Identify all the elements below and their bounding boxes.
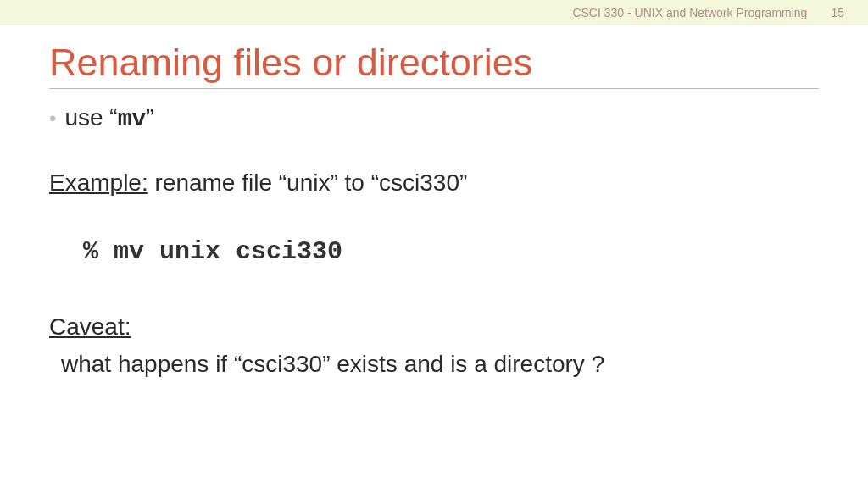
- slide-header: CSCI 330 - UNIX and Network Programming …: [0, 0, 868, 25]
- bullet-suffix: ”: [146, 104, 153, 130]
- bullet-prefix: use “: [64, 104, 117, 130]
- bullet-use-mv: • use “mv”: [49, 104, 819, 132]
- bullet-command: mv: [118, 106, 147, 132]
- slide-content: Renaming files or directories • use “mv”…: [0, 25, 868, 378]
- example-text: rename file “unix” to “csci330”: [148, 169, 468, 196]
- bullet-text: use “mv”: [64, 104, 153, 132]
- caveat-text: what happens if “csci330” exists and is …: [49, 351, 819, 378]
- example-line: Example: rename file “unix” to “csci330”: [49, 169, 819, 197]
- slide-title: Renaming files or directories: [49, 41, 819, 89]
- example-label: Example:: [49, 169, 148, 196]
- code-command: % mv unix csci330: [49, 237, 819, 266]
- bullet-icon: •: [49, 107, 56, 130]
- slide-number: 15: [831, 6, 844, 19]
- caveat-label: Caveat:: [49, 313, 819, 341]
- course-name: CSCI 330 - UNIX and Network Programming: [572, 6, 807, 19]
